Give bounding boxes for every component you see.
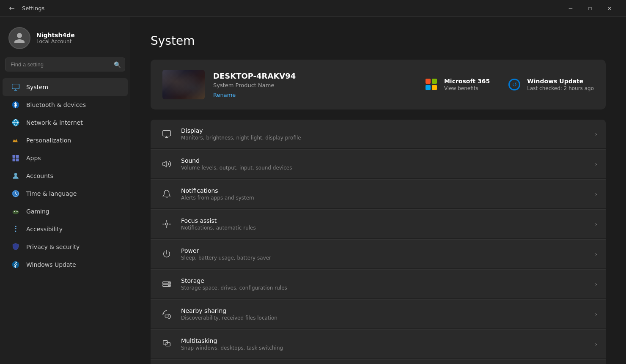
svg-point-7 — [14, 173, 17, 176]
sidebar-item-label-privacy: Privacy & security — [26, 244, 80, 250]
back-button[interactable]: ← — [7, 3, 17, 14]
search-input[interactable] — [5, 57, 125, 71]
settings-item-display[interactable]: Display Monitors, brightness, night ligh… — [151, 120, 606, 148]
power-icon — [159, 246, 174, 262]
device-image — [162, 70, 205, 99]
settings-item-activation[interactable]: Activation › — [151, 359, 606, 364]
power-desc: Sleep, battery usage, battery saver — [181, 255, 595, 261]
close-button[interactable]: ✕ — [600, 2, 619, 15]
privacy-icon — [11, 242, 20, 252]
device-info: DESKTOP-4RAKV94 System Product Name Rena… — [213, 71, 296, 98]
svg-point-22 — [169, 285, 170, 286]
sidebar-item-time[interactable]: Time & language — [3, 185, 128, 203]
accessibility-icon — [11, 224, 20, 234]
multitasking-name: Multitasking — [181, 337, 595, 344]
settings-item-power[interactable]: Power Sleep, battery usage, battery save… — [151, 239, 606, 268]
svg-point-15 — [15, 226, 16, 227]
settings-item-focus[interactable]: Focus assist Notifications, automatic ru… — [151, 209, 606, 238]
multitasking-icon — [159, 337, 174, 352]
system-icon — [11, 82, 20, 92]
sidebar-item-windows-update[interactable]: Windows Update — [3, 256, 128, 274]
storage-icon — [159, 276, 174, 292]
sound-desc: Volume levels, output, input, sound devi… — [181, 165, 595, 171]
sidebar-item-label-windows-update: Windows Update — [26, 261, 76, 268]
maximize-button[interactable]: □ — [580, 2, 600, 15]
user-avatar-icon — [13, 32, 26, 44]
sidebar-item-network[interactable]: Network & internet — [3, 114, 128, 131]
svg-rect-5 — [13, 159, 16, 161]
minimize-button[interactable]: ─ — [561, 2, 580, 15]
settings-list: Display Monitors, brightness, night ligh… — [151, 120, 606, 364]
svg-point-16 — [12, 261, 19, 268]
focus-chevron: › — [595, 221, 597, 227]
user-account-type: Local Account — [36, 38, 75, 44]
sidebar-item-label-accessibility: Accessibility — [26, 226, 63, 233]
focus-name: Focus assist — [181, 217, 595, 224]
sidebar-item-apps[interactable]: Apps — [3, 149, 128, 167]
sidebar-item-label-system: System — [26, 84, 48, 90]
svg-rect-6 — [16, 159, 19, 161]
windows-update-icon — [11, 260, 20, 269]
sidebar-item-label-accounts: Accounts — [26, 172, 53, 179]
nearby-icon — [159, 307, 174, 322]
device-rename-link[interactable]: Rename — [213, 92, 296, 98]
multitasking-chevron: › — [595, 341, 597, 348]
titlebar: ← Settings ─ □ ✕ — [0, 0, 626, 17]
sidebar-item-bluetooth[interactable]: Bluetooth & devices — [3, 96, 128, 114]
notifications-desc: Alerts from apps and system — [181, 195, 595, 201]
svg-rect-4 — [16, 155, 19, 158]
accounts-icon — [11, 171, 20, 181]
sidebar-item-label-gaming: Gaming — [26, 208, 49, 215]
titlebar-left: ← Settings — [7, 3, 44, 14]
storage-chevron: › — [595, 281, 597, 287]
settings-item-notifications[interactable]: Notifications Alerts from apps and syste… — [151, 179, 606, 208]
nearby-name: Nearby sharing — [181, 307, 595, 314]
windows-update-feature-sublabel: Last checked: 2 hours ago — [527, 85, 594, 91]
sidebar-item-accessibility[interactable]: Accessibility — [3, 220, 128, 238]
notifications-text: Notifications Alerts from apps and syste… — [181, 187, 595, 201]
device-info-left: DESKTOP-4RAKV94 System Product Name Rena… — [162, 70, 296, 99]
time-icon — [11, 189, 20, 198]
sidebar-item-label-bluetooth: Bluetooth & devices — [26, 101, 86, 108]
page-title: System — [151, 34, 606, 48]
sidebar-item-label-apps: Apps — [26, 155, 41, 161]
search-box: 🔍 — [5, 57, 125, 71]
device-features: Microsoft 365 View benefits ↺ Windows Up… — [424, 77, 594, 92]
microsoft365-label: Microsoft 365 — [444, 78, 490, 85]
svg-point-14 — [17, 211, 18, 212]
nearby-chevron: › — [595, 311, 597, 317]
sidebar-item-label-network: Network & internet — [26, 119, 83, 126]
user-info: Nightsh4de Local Account — [36, 32, 75, 44]
sidebar-item-gaming[interactable]: Gaming — [3, 203, 128, 220]
settings-item-sound[interactable]: Sound Volume levels, output, input, soun… — [151, 149, 606, 178]
settings-item-nearby[interactable]: Nearby sharing Discoverability, received… — [151, 299, 606, 328]
sound-name: Sound — [181, 157, 595, 164]
avatar — [8, 27, 30, 49]
sound-icon — [159, 156, 174, 172]
back-icon: ← — [9, 4, 14, 12]
settings-item-multitasking[interactable]: Multitasking Snap windows, desktops, tas… — [151, 329, 606, 359]
windows-update-feature[interactable]: ↺ Windows Update Last checked: 2 hours a… — [507, 77, 594, 92]
power-chevron: › — [595, 251, 597, 257]
svg-rect-3 — [13, 155, 16, 158]
storage-text: Storage Storage space, drives, configura… — [181, 277, 595, 291]
gaming-icon — [11, 207, 20, 216]
notifications-chevron: › — [595, 191, 597, 197]
notifications-icon — [159, 186, 174, 202]
user-profile[interactable]: Nightsh4de Local Account — [0, 17, 130, 57]
sidebar-item-accounts[interactable]: Accounts — [3, 167, 128, 185]
multitasking-text: Multitasking Snap windows, desktops, tas… — [181, 337, 595, 351]
bluetooth-icon — [11, 100, 20, 109]
sound-text: Sound Volume levels, output, input, soun… — [181, 157, 595, 171]
display-icon — [159, 126, 174, 142]
microsoft365-feature[interactable]: Microsoft 365 View benefits — [424, 77, 490, 92]
sidebar-item-label-personalization: Personalization — [26, 137, 71, 144]
microsoft365-text: Microsoft 365 View benefits — [444, 78, 490, 91]
sidebar-item-privacy[interactable]: Privacy & security — [3, 238, 128, 256]
settings-item-storage[interactable]: Storage Storage space, drives, configura… — [151, 269, 606, 298]
sidebar-item-system[interactable]: System — [3, 78, 128, 96]
sidebar-item-personalization[interactable]: Personalization — [3, 131, 128, 149]
network-icon — [11, 118, 20, 127]
svg-rect-17 — [163, 131, 170, 136]
device-name: DESKTOP-4RAKV94 — [213, 71, 296, 80]
